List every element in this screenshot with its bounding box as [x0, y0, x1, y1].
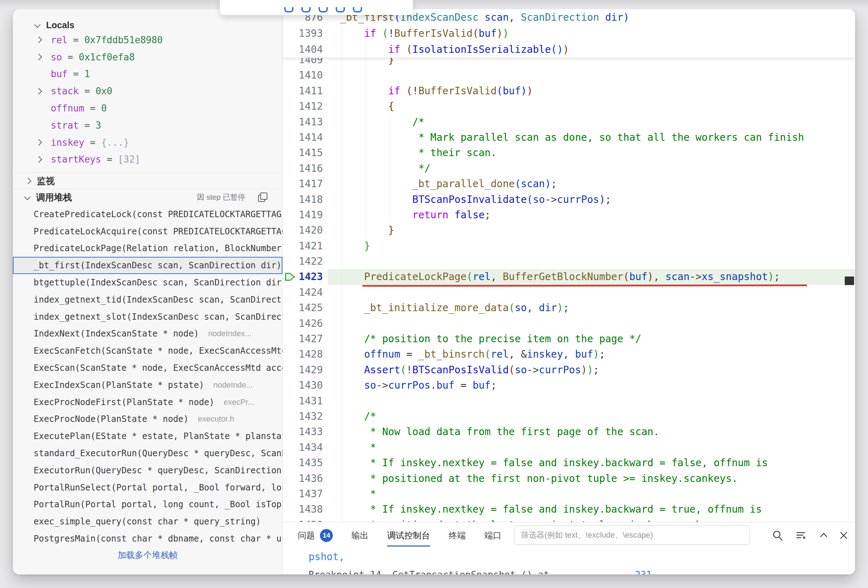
code-line[interactable]: 1431: [283, 393, 855, 409]
line-number[interactable]: 1422: [283, 253, 323, 269]
code-line[interactable]: 1393 if (!BufferIsValid(buf)): [283, 25, 855, 41]
code-line[interactable]: 1412 {: [283, 99, 855, 114]
code-line[interactable]: 1409 }: [283, 58, 855, 68]
line-number[interactable]: 1421: [283, 238, 323, 253]
code-text[interactable]: return false;: [340, 207, 490, 223]
code-text[interactable]: * Mark parallel scan as done, so that al…: [340, 130, 804, 145]
code-text[interactable]: * Now load data from the first page of t…: [340, 424, 659, 439]
line-number[interactable]: 1413: [283, 114, 323, 130]
debug-step-over-icon[interactable]: [301, 7, 311, 12]
line-number[interactable]: 1430: [283, 377, 323, 393]
code-text[interactable]: BTScanPosInvalidate(so->currPos);: [340, 192, 611, 207]
line-number[interactable]: 1420: [283, 223, 323, 238]
local-variable-row[interactable]: rel = 0x7fddb51e8980: [13, 31, 282, 49]
line-number[interactable]: 1393: [283, 25, 323, 41]
code-text[interactable]: /*: [340, 409, 376, 424]
line-number[interactable]: 1426: [283, 316, 323, 331]
sticky-scroll-header[interactable]: 876_bt_first(IndexScanDesc scan, ScanDir…: [283, 9, 855, 58]
code-line[interactable]: 1416 */: [283, 161, 855, 176]
code-text[interactable]: if (IsolationIsSerializable()): [340, 41, 569, 57]
code-text[interactable]: Assert(!BTScanPosIsValid(so->currPos));: [340, 362, 599, 377]
code-line[interactable]: 1417 _bt_parallel_done(scan);: [283, 176, 855, 192]
local-variable-row[interactable]: offnum = 0: [13, 100, 282, 117]
panel-tab[interactable]: 调试控制台: [387, 530, 430, 541]
stack-frame[interactable]: CreatePredicateLock(const PREDICATELOCKT…: [13, 206, 282, 223]
code-text[interactable]: offnum = _bt_binsrch(rel, &inskey, buf);: [340, 346, 605, 362]
line-number[interactable]: 1428: [283, 346, 323, 362]
code-line[interactable]: 1413 /*: [283, 114, 855, 130]
code-line[interactable]: 1430 so->currPos.buf = buf;: [283, 377, 855, 393]
line-number[interactable]: 1417: [283, 176, 323, 192]
code-line[interactable]: 1411 if (!BufferIsValid(buf)): [283, 83, 855, 99]
code-line[interactable]: 1426: [283, 316, 855, 331]
code-line[interactable]: 1432 /*: [283, 409, 855, 424]
code-text[interactable]: * positioned at the first non-pivot tupl…: [340, 471, 738, 486]
code-text[interactable]: */: [340, 161, 430, 176]
code-line-current[interactable]: 1423 PredicateLockPage(rel, BufferGetBlo…: [283, 269, 855, 284]
debug-step-out-icon[interactable]: [336, 7, 345, 12]
code-line[interactable]: 1437 *: [283, 486, 855, 501]
code-line[interactable]: 1425 _bt_initialize_more_data(so, dir);: [283, 300, 855, 315]
code-line[interactable]: 1404 if (IsolationIsSerializable()): [283, 41, 855, 57]
code-text[interactable]: * their scan.: [340, 145, 497, 161]
stack-frame-selected[interactable]: _bt_first(IndexScanDesc scan, ScanDirect…: [13, 257, 282, 274]
line-number[interactable]: 1416: [283, 161, 323, 176]
stack-frame[interactable]: PostgresMain(const char * dbname, const …: [13, 530, 282, 547]
code-line[interactable]: 1428 offnum = _bt_binsrch(rel, &inskey, …: [283, 346, 855, 362]
line-number[interactable]: 1431: [283, 393, 323, 409]
code-line[interactable]: 1436 * positioned at the first non-pivot…: [283, 471, 855, 486]
copy-call-stack-icon[interactable]: [258, 193, 267, 202]
code-line[interactable]: 1434 *: [283, 440, 855, 455]
call-stack-section-header[interactable]: 调用堆栈 因 step 已暂停: [13, 189, 282, 206]
line-number[interactable]: 1429: [283, 362, 323, 377]
stack-frame[interactable]: btgettuple(IndexScanDesc scan, ScanDirec…: [13, 274, 282, 291]
local-variable-row[interactable]: startKeys = [32]: [13, 151, 282, 168]
line-number[interactable]: 1437: [283, 486, 323, 501]
code-line[interactable]: 1414 * Mark parallel scan as done, so th…: [283, 130, 855, 145]
code-text[interactable]: _bt_parallel_done(scan);: [340, 176, 557, 192]
code-text[interactable]: *: [340, 440, 376, 455]
panel-tab[interactable]: 终端: [449, 530, 466, 541]
code-line[interactable]: 1429 Assert(!BTScanPosIsValid(so->currPo…: [283, 362, 855, 377]
line-number[interactable]: 1415: [283, 145, 323, 161]
stack-frame[interactable]: PredicateLockPage(Relation relation, Blo…: [13, 240, 282, 257]
code-editor[interactable]: 876_bt_first(IndexScanDesc scan, ScanDir…: [283, 9, 855, 575]
local-variable-row[interactable]: buf = 1: [13, 66, 282, 83]
debug-restart-icon[interactable]: [353, 7, 362, 12]
code-line[interactable]: 1420 }: [283, 223, 855, 238]
code-text[interactable]: }: [340, 223, 394, 238]
code-text[interactable]: {: [340, 99, 394, 114]
code-line[interactable]: 1419 return false;: [283, 207, 855, 223]
code-text[interactable]: if (!BufferIsValid(buf)): [340, 83, 533, 99]
stack-frame[interactable]: PortalRun(Portal portal, long count, _Bo…: [13, 496, 282, 513]
code-text[interactable]: * positioned at the last non-pivot tuple…: [340, 517, 726, 522]
stack-frame[interactable]: ExecProcNodeFirst(PlanState * node)execP…: [13, 393, 282, 411]
debug-continue-icon[interactable]: [284, 7, 294, 12]
local-variable-row[interactable]: strat = 3: [13, 117, 282, 134]
line-number[interactable]: 1436: [283, 471, 323, 486]
load-more-frames-link[interactable]: 加载多个堆栈帧: [13, 550, 282, 561]
watch-section-header[interactable]: 监视: [13, 172, 282, 189]
chevron-up-icon[interactable]: [818, 529, 830, 542]
code-text[interactable]: * If inskey.nextkey = false and inskey.b…: [340, 501, 762, 517]
code-line[interactable]: 1410: [283, 68, 855, 83]
local-variable-row[interactable]: stack = 0x0: [13, 83, 282, 100]
code-line[interactable]: 1427 /* position to the precise item on …: [283, 331, 855, 346]
code-text[interactable]: /* position to the precise item on the p…: [340, 331, 641, 346]
line-number[interactable]: 1418: [283, 192, 323, 207]
code-text[interactable]: so->currPos.buf = buf;: [340, 377, 497, 393]
stack-frame[interactable]: ExecScan(ScanState * node, ExecScanAcces…: [13, 360, 282, 377]
panel-tab[interactable]: 端口: [484, 530, 502, 541]
line-number[interactable]: 1409: [283, 58, 323, 68]
stack-frame[interactable]: standard_ExecutorRun(QueryDesc * queryDe…: [13, 445, 282, 462]
filter-input[interactable]: [514, 526, 750, 545]
code-text[interactable]: PredicateLockPage(rel, BufferGetBlockNum…: [340, 269, 780, 284]
stack-frame[interactable]: ExecScanFetch(ScanState * node, ExecScan…: [13, 342, 282, 360]
line-number[interactable]: 1414: [283, 130, 323, 145]
code-line[interactable]: 1439 * positioned at the last non-pivot …: [283, 517, 855, 522]
code-line[interactable]: 1433 * Now load data from the first page…: [283, 424, 855, 439]
stack-frame[interactable]: exec_simple_query(const char * query_str…: [13, 513, 282, 530]
line-number[interactable]: 1412: [283, 99, 323, 114]
stack-frame[interactable]: index_getnext_tid(IndexScanDesc scan, Sc…: [13, 291, 282, 308]
stack-frame[interactable]: ExecutePlan(EState * estate, PlanState *…: [13, 427, 282, 445]
